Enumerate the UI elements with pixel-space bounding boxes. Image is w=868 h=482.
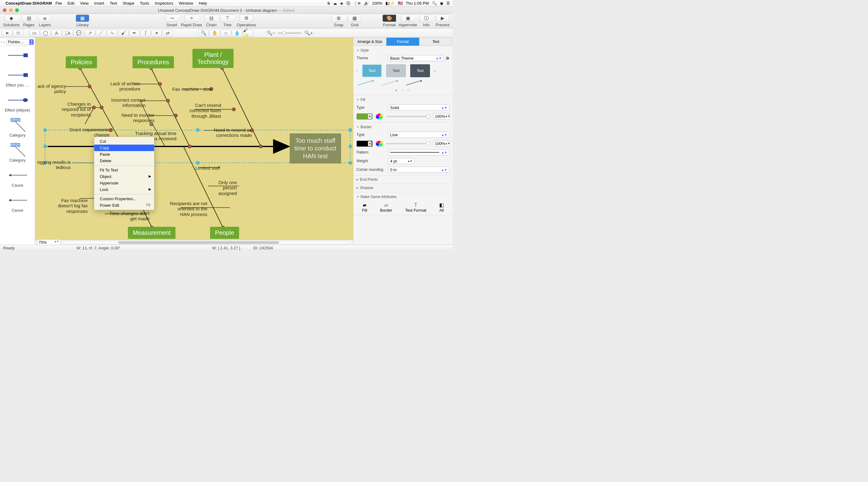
theme-prev[interactable]: ‹ <box>356 69 358 73</box>
menu-window[interactable]: Window <box>179 1 193 5</box>
theme-swatch[interactable]: Text <box>362 64 382 77</box>
solutions-button[interactable]: ◆ <box>5 14 18 22</box>
wifi-icon[interactable]: ⋮≋ <box>353 1 361 5</box>
arrow-line-tool[interactable]: ↗ <box>85 30 95 36</box>
ctx-object[interactable]: Object▶ <box>94 173 154 180</box>
stencil-item[interactable]: Effect (rec … <box>1 68 34 87</box>
menu-edit[interactable]: Edit <box>67 1 74 5</box>
stencil-item[interactable]: CategorCategory <box>1 118 34 138</box>
app-name[interactable]: ConceptDraw DIAGRAM <box>6 1 52 5</box>
same-border[interactable]: ▱Border <box>380 202 392 213</box>
zoom-icon[interactable] <box>15 8 19 12</box>
grid-button[interactable]: ▦ <box>348 14 362 22</box>
cause[interactable]: Incorrect contact information <box>105 97 146 108</box>
color-wheel-icon[interactable] <box>376 141 383 147</box>
pattern-select[interactable]: ▲▼ <box>388 149 450 155</box>
section-shadow[interactable]: Shadow <box>356 186 450 190</box>
border-opacity-slider[interactable] <box>386 143 430 144</box>
eyedropper-tool[interactable]: 💧 <box>232 30 242 36</box>
stamp-tool[interactable]: ⏍ <box>221 30 231 36</box>
siri-icon[interactable]: ◉ <box>440 1 443 5</box>
tree-button[interactable]: ⊤ <box>221 14 234 22</box>
callout-tool[interactable]: ⌶A <box>62 30 73 36</box>
category-plant[interactable]: Plant / Technology <box>192 49 234 68</box>
hand-tool[interactable]: ✋ <box>210 30 220 36</box>
select-tool[interactable]: ➤ <box>2 30 12 36</box>
section-same[interactable]: Make Same Attributes <box>356 195 450 199</box>
category-measurement[interactable]: Measurement <box>128 227 176 239</box>
flag-icon[interactable]: 🇺🇸 <box>398 1 403 5</box>
ctx-fit-to-text[interactable]: Fit To Text <box>94 167 154 173</box>
rapiddraw-button[interactable]: ✧ <box>185 14 198 22</box>
cause[interactable]: Fax machine doesn't log fax responses <box>51 198 88 214</box>
menu-text[interactable]: Text <box>110 1 117 5</box>
cause[interactable]: Limited staff <box>191 165 220 171</box>
hypernote-button[interactable]: ▣ <box>401 14 414 22</box>
fill-opacity-slider[interactable] <box>386 116 430 117</box>
menu-help[interactable]: Help <box>198 1 207 5</box>
cause[interactable]: Can't resend corrected faxes through JBl… <box>184 102 221 119</box>
present-button[interactable]: ▶ <box>436 14 450 22</box>
section-style[interactable]: Style <box>356 48 450 53</box>
theme-swatch[interactable]: Text <box>410 64 430 77</box>
rect-tool[interactable]: ▭ <box>29 30 39 36</box>
strikethrough-icon[interactable]: S̶ <box>328 1 330 5</box>
text-tool[interactable]: ¦T¦ <box>13 30 24 36</box>
pages-button[interactable]: ▤ <box>22 14 35 22</box>
border-type-select[interactable]: Line▲▼ <box>388 131 450 138</box>
section-endpoints[interactable]: End Points <box>356 177 450 182</box>
corner-select[interactable]: 0 in▲▼ <box>388 167 450 173</box>
cause[interactable]: Changes in required list of recipients <box>49 101 91 117</box>
note-tool[interactable]: 💬 <box>73 30 84 36</box>
cause[interactable]: Grant requirements change <box>61 127 110 138</box>
theme-swatch[interactable]: Text <box>386 64 406 77</box>
menu-view[interactable]: View <box>80 1 89 5</box>
stencil-item[interactable]: Categor yCategory <box>1 143 34 162</box>
zoom-combo[interactable]: 75%▲▼ <box>37 239 61 245</box>
cause[interactable]: Need to monitor responses <box>115 113 154 123</box>
section-border[interactable]: Border <box>356 125 450 129</box>
stencil-select-stepper[interactable]: ▴▾ <box>29 39 34 45</box>
cloud-icon[interactable]: ☁ <box>333 1 337 5</box>
border-color[interactable]: ▾ <box>356 141 373 147</box>
stencil-prev[interactable]: ‹ <box>1 39 2 44</box>
close-icon[interactable] <box>3 8 6 12</box>
ctx-paste[interactable]: Paste <box>94 151 154 158</box>
paintformat-tool[interactable]: 🖌✨ <box>243 30 253 36</box>
clock[interactable]: Thu 1:05 PM <box>406 1 429 5</box>
weight-input[interactable]: 4 pt▲▼ <box>388 158 414 164</box>
tab-text[interactable]: Text <box>420 38 453 46</box>
spotlight-icon[interactable]: 🔍 <box>432 1 437 5</box>
operations-button[interactable]: ⚙ <box>240 14 253 22</box>
stencil-item[interactable]: Cause <box>1 168 34 187</box>
theme-next[interactable]: › <box>434 69 436 73</box>
ctx-delete[interactable]: Delete <box>94 158 154 164</box>
cause[interactable]: Fax machine - slow <box>166 87 212 92</box>
cause[interactable]: ogging results is tedious <box>35 159 71 170</box>
connector2-tool[interactable]: ⇄ <box>162 30 173 36</box>
ctx-copy[interactable]: Copy <box>94 145 154 151</box>
menu-inspectors[interactable]: Inspectors <box>155 1 173 5</box>
bezier-tool[interactable]: ⤴ <box>140 30 151 36</box>
curve-tool[interactable]: ⤷ <box>107 30 117 36</box>
connector-tool[interactable]: ✶ <box>151 30 162 36</box>
smart-button[interactable]: ⤳ <box>165 14 179 22</box>
stencil-item[interactable]: Cause <box>1 193 34 213</box>
cause[interactable]: Need to resend as corrections made <box>207 127 252 138</box>
ctx-lock[interactable]: Lock▶ <box>94 186 154 193</box>
library-button[interactable]: ▦ <box>76 14 89 22</box>
cause[interactable]: ack of agency policy <box>35 84 66 94</box>
chain-button[interactable]: ⛓ <box>205 14 218 22</box>
border-opacity-value[interactable]: 100%▲▼ <box>433 140 450 147</box>
same-fill[interactable]: ▰Fill <box>362 202 367 213</box>
skype-icon[interactable]: Ⓢ <box>346 1 350 6</box>
cause[interactable]: Lack of written procedure <box>101 81 140 92</box>
cause[interactable]: Time changes don't get made <box>104 211 150 221</box>
dropbox-icon[interactable]: ◈ <box>340 1 343 5</box>
layers-button[interactable]: ≣ <box>38 14 52 22</box>
canvas[interactable]: Policies Procedures Plant / Technology M… <box>35 38 353 240</box>
category-procedures[interactable]: Procedures <box>132 56 174 68</box>
ctx-power-edit[interactable]: Power EditF6 <box>94 202 154 209</box>
snap-button[interactable]: ⊞ <box>332 14 345 22</box>
stencil-item[interactable] <box>1 48 34 62</box>
